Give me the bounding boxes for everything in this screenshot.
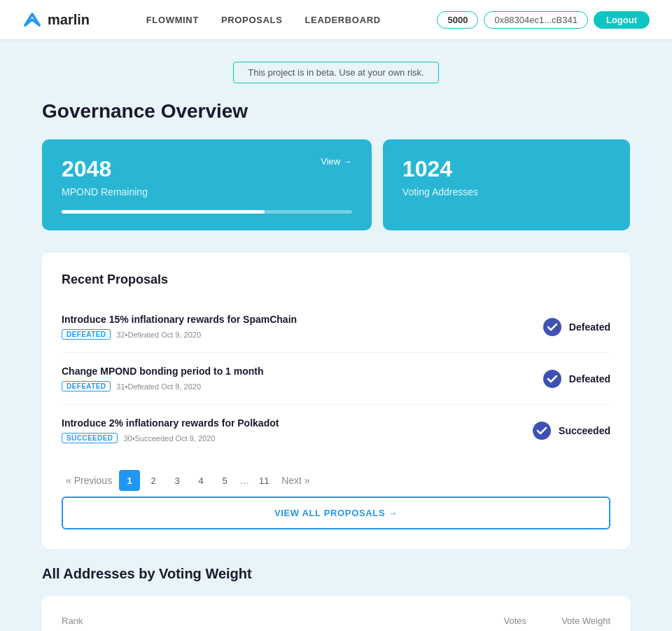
voting-label: Voting Addresses — [402, 186, 610, 197]
leaderboard-table: Rank Votes Vote Weight 1 Electric Capita… — [42, 596, 630, 631]
proposal-left-1: Change MPOND bonding period to 1 month D… — [62, 366, 264, 391]
pagination-dots: … — [238, 472, 251, 489]
status-label-1: Defeated — [569, 373, 610, 384]
col-name — [97, 616, 456, 626]
proposal-right-0: Defeated — [542, 317, 610, 337]
status-label-0: Defeated — [569, 321, 610, 333]
col-votes: Votes — [456, 616, 526, 626]
proposal-badge-0: DEFEATED — [62, 329, 111, 340]
page-button-4[interactable]: 4 — [190, 470, 211, 491]
navbar: marlin FLOWMINT PROPOSALS LEADERBOARD 50… — [0, 0, 672, 39]
page-button-1[interactable]: 1 — [119, 470, 140, 491]
page-button-3[interactable]: 3 — [167, 470, 188, 491]
proposal-list: Introduce 15% inflationary rewards for S… — [62, 301, 610, 456]
page-title: Governance Overview — [42, 100, 630, 123]
proposal-meta-2: SUCCEEDED 30•Succeeded Oct 9, 2020 — [62, 433, 279, 443]
voting-number: 1024 — [402, 156, 610, 182]
proposal-title-0: Introduce 15% inflationary rewards for S… — [62, 314, 297, 325]
mpond-view-link[interactable]: View → — [321, 156, 352, 167]
pagination: « Previous 1 2 3 4 5 … 11 Next » — [62, 470, 610, 491]
proposals-section: Recent Proposals Introduce 15% inflation… — [42, 253, 630, 549]
leaderboard-title: All Addresses by Voting Weight — [42, 566, 630, 582]
page-button-2[interactable]: 2 — [143, 470, 164, 491]
proposal-right-1: Defeated — [542, 369, 610, 389]
proposal-item-2[interactable]: Introduce 2% inflationary rewards for Po… — [62, 405, 610, 456]
logo[interactable]: marlin — [22, 11, 90, 28]
nav-flowmint[interactable]: FLOWMINT — [146, 15, 199, 25]
token-amount-badge: 5000 — [437, 11, 478, 29]
nav-links: FLOWMINT PROPOSALS LEADERBOARD — [146, 15, 381, 25]
proposal-right-2: Succeeded — [532, 421, 610, 441]
proposal-sub-2: 30•Succeeded Oct 9, 2020 — [123, 434, 215, 443]
col-rank: Rank — [62, 616, 97, 626]
voting-card: 1024 Voting Addresses — [383, 139, 630, 230]
next-page-button[interactable]: Next » — [277, 472, 314, 489]
proposal-item-0[interactable]: Introduce 15% inflationary rewards for S… — [62, 301, 610, 353]
beta-banner: This project is in beta. Use at your own… — [42, 62, 630, 83]
status-icon-1 — [542, 369, 562, 389]
proposal-sub-0: 32•Defeated Oct 9, 2020 — [116, 331, 201, 339]
prev-page-button[interactable]: « Previous — [62, 472, 116, 489]
table-header: Rank Votes Vote Weight — [62, 610, 610, 631]
proposal-sub-1: 31•Defeated Oct 9, 2020 — [116, 382, 201, 391]
beta-banner-text: This project is in beta. Use at your own… — [233, 62, 438, 83]
mpond-card: 2048 MPOND Remaining View → — [42, 139, 372, 230]
proposal-meta-1: DEFEATED 31•Defeated Oct 9, 2020 — [62, 381, 264, 391]
wallet-address-badge: 0x88304ec1...cB341 — [484, 11, 588, 29]
svg-point-2 — [533, 422, 551, 440]
status-icon-2 — [532, 421, 552, 441]
nav-proposals[interactable]: PROPOSALS — [221, 15, 282, 25]
nav-leaderboard[interactable]: LEADERBOARD — [304, 15, 380, 25]
col-weight: Vote Weight — [526, 616, 610, 626]
proposal-badge-2: SUCCEEDED — [62, 433, 118, 443]
svg-point-0 — [543, 318, 561, 336]
leaderboard-section: All Addresses by Voting Weight Rank Vote… — [42, 566, 630, 631]
svg-point-1 — [543, 370, 561, 388]
logout-button[interactable]: Logout — [594, 11, 650, 29]
proposal-badge-1: DEFEATED — [62, 381, 111, 391]
mpond-label: MPOND Remaining — [62, 186, 352, 197]
mpond-progress-fill — [62, 210, 265, 214]
mpond-progress-bar — [62, 210, 352, 214]
proposal-title-2: Introduce 2% inflationary rewards for Po… — [62, 417, 279, 429]
status-icon-0 — [542, 317, 562, 337]
proposals-section-title: Recent Proposals — [62, 272, 610, 287]
view-all-proposals-button[interactable]: VIEW ALL PROPOSALS → — [62, 497, 610, 529]
proposal-item-1[interactable]: Change MPOND bonding period to 1 month D… — [62, 353, 610, 405]
page-button-11[interactable]: 11 — [253, 470, 274, 491]
proposal-title-1: Change MPOND bonding period to 1 month — [62, 366, 264, 377]
page-button-5[interactable]: 5 — [214, 470, 235, 491]
proposal-left-2: Introduce 2% inflationary rewards for Po… — [62, 417, 279, 443]
proposal-left-0: Introduce 15% inflationary rewards for S… — [62, 314, 297, 340]
logo-text: marlin — [48, 12, 90, 28]
proposal-meta-0: DEFEATED 32•Defeated Oct 9, 2020 — [62, 329, 297, 340]
stats-row: 2048 MPOND Remaining View → 1024 Voting … — [42, 139, 630, 230]
status-label-2: Succeeded — [559, 425, 610, 436]
navbar-right: 5000 0x88304ec1...cB341 Logout — [437, 11, 650, 29]
marlin-logo-icon — [22, 11, 42, 28]
mpond-number: 2048 — [62, 156, 352, 182]
main-content: This project is in beta. Use at your own… — [28, 39, 644, 631]
